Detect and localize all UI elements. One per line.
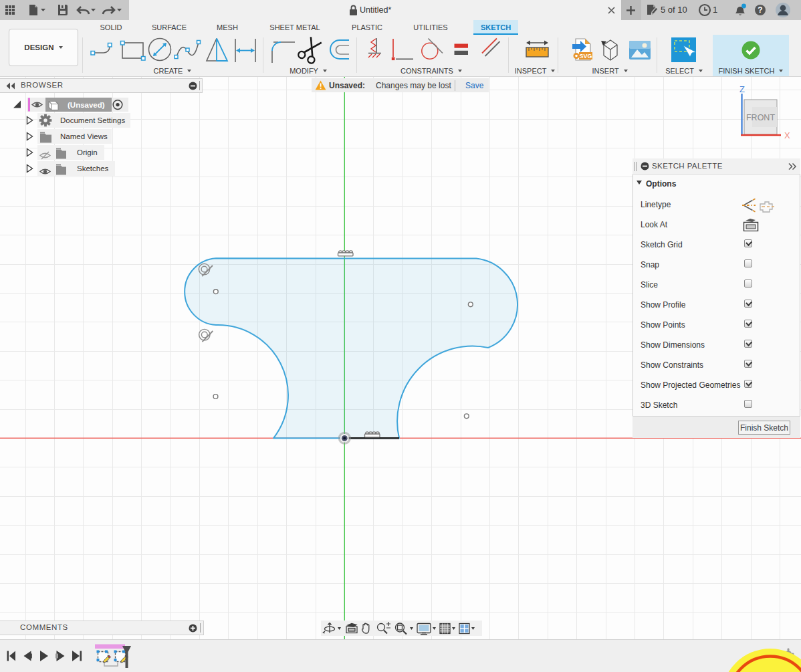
svg-text:Z: Z: [739, 84, 745, 94]
svg-text:FRONT: FRONT: [746, 113, 775, 122]
svg-text:?: ?: [758, 5, 762, 15]
svg-text:X: X: [784, 130, 790, 140]
svg-text:SVG: SVG: [579, 53, 592, 60]
svg-text:(Unsaved): (Unsaved): [68, 101, 105, 109]
